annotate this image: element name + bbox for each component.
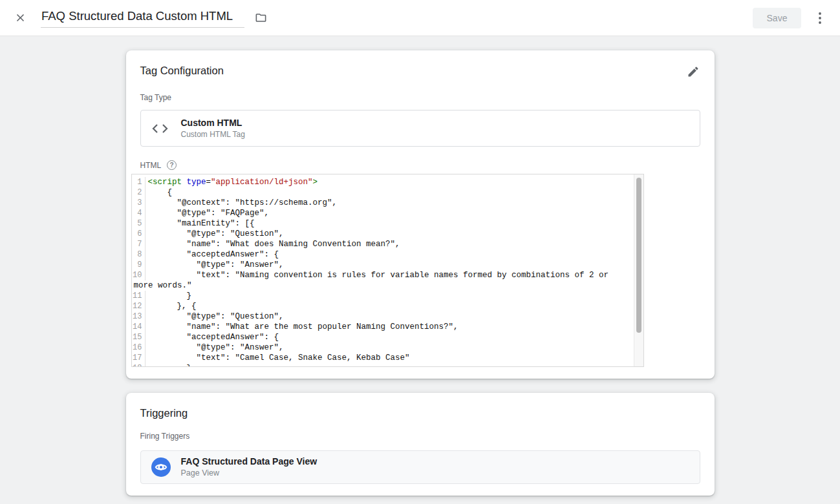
- editor-scrollbar-track[interactable]: [634, 174, 643, 366]
- tag-type-row[interactable]: Custom HTML Custom HTML Tag: [140, 110, 700, 147]
- html-code-editor[interactable]: 1<script type="application/ld+json">2 {3…: [131, 174, 644, 367]
- close-icon[interactable]: [11, 9, 29, 27]
- trigger-name: FAQ Structured Data Page View: [181, 456, 318, 467]
- pencil-icon[interactable]: [686, 65, 700, 79]
- tag-type-description: Custom HTML Tag: [181, 130, 245, 140]
- page-view-eye-icon: [151, 457, 181, 477]
- code-brackets-icon: [151, 123, 181, 134]
- save-button[interactable]: Save: [753, 8, 801, 28]
- tag-configuration-title: Tag Configuration: [140, 63, 224, 78]
- kebab-menu-icon[interactable]: [810, 8, 830, 28]
- tag-type-name: Custom HTML: [181, 118, 245, 129]
- trigger-row[interactable]: FAQ Structured Data Page View Page View: [140, 450, 700, 484]
- help-icon[interactable]: ?: [167, 160, 177, 170]
- code-lines: 1<script type="application/ld+json">2 {3…: [132, 177, 643, 367]
- tag-type-label: Tag Type: [140, 93, 700, 102]
- firing-triggers-label: Firing Triggers: [140, 432, 700, 441]
- page-content: Tag Configuration Tag Type Custom HTML C…: [0, 36, 840, 496]
- tag-name-input[interactable]: FAQ Structured Data Custom HTML: [41, 8, 244, 28]
- trigger-type: Page View: [181, 468, 318, 478]
- tag-configuration-card: Tag Configuration Tag Type Custom HTML C…: [126, 50, 715, 379]
- triggering-title: Triggering: [140, 406, 188, 420]
- topbar: FAQ Structured Data Custom HTML Save: [0, 0, 840, 36]
- html-field-label: HTML: [140, 161, 162, 170]
- triggering-card: Triggering Firing Triggers FAQ Structure…: [126, 393, 715, 496]
- folder-icon[interactable]: [252, 10, 269, 26]
- editor-scrollbar-thumb[interactable]: [636, 178, 641, 333]
